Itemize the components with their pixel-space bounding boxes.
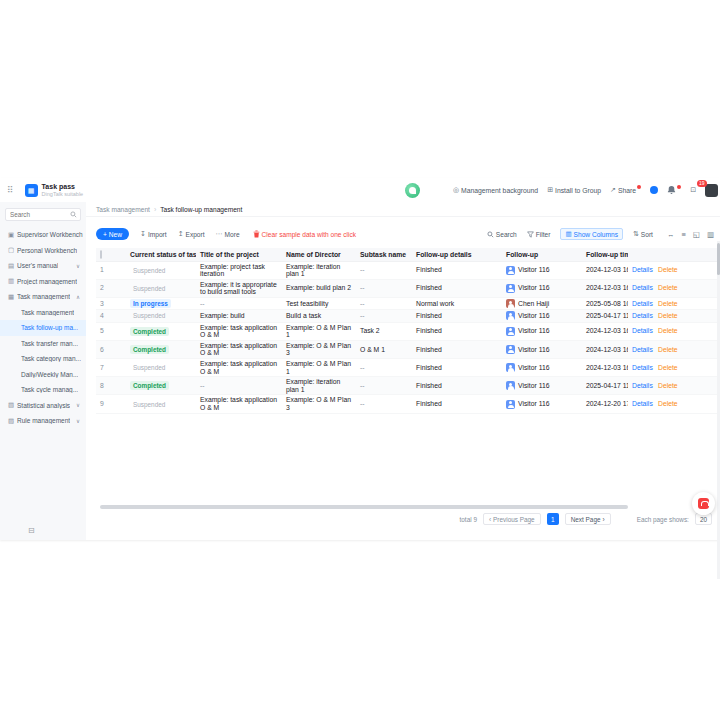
sidebar-item-label: Rule management — [17, 417, 70, 424]
share-notification-dot — [637, 185, 641, 189]
status-cell: Suspended — [126, 310, 196, 322]
status-cell: Suspended — [126, 279, 196, 297]
page-size-label: Each page shows: — [637, 516, 689, 523]
person-name: Visitor 116 — [518, 312, 550, 320]
breadcrumb-parent[interactable]: Task management — [96, 206, 150, 213]
user-avatar[interactable]: 19 — [705, 184, 718, 197]
sidebar-item[interactable]: ▧Statistical analysis∨ — [0, 398, 86, 414]
install-to-group-button[interactable]: ⊞ Install to Group — [547, 186, 601, 194]
management-background-button[interactable]: ◎ Management background — [453, 186, 538, 194]
sidebar-item[interactable]: Task cycle manag... — [0, 382, 86, 398]
sidebar-item[interactable]: ▣Supervisor Workbench — [0, 227, 86, 243]
sidebar-search[interactable] — [5, 208, 81, 221]
table-row: 5CompletedExample: task application O & … — [96, 322, 720, 340]
user-manual-icon: ▤ — [8, 262, 17, 270]
share-button[interactable]: ↗ Share — [610, 186, 641, 194]
show-columns-button[interactable]: ▥ Show Columns — [560, 228, 623, 240]
delete-cell: Delete — [654, 297, 680, 309]
current-page-button[interactable]: 1 — [547, 513, 559, 525]
details-link[interactable]: Details — [632, 346, 653, 353]
sidebar-item[interactable]: ▢Personal Workbench — [0, 243, 86, 259]
delete-link[interactable]: Delete — [658, 284, 678, 291]
app-avatar[interactable] — [405, 183, 420, 198]
sidebar-item[interactable]: ▦Task management∧ — [0, 289, 86, 305]
person-avatar — [506, 400, 515, 409]
delete-link[interactable]: Delete — [658, 400, 678, 407]
sidebar-item[interactable]: Task management — [0, 305, 86, 321]
help-icon[interactable] — [650, 186, 658, 194]
row-density-icon[interactable]: ↔ — [667, 230, 675, 239]
filler-cell — [680, 340, 720, 358]
details-link[interactable]: Details — [632, 364, 653, 371]
subtask-cell: -- — [356, 359, 412, 377]
follow-up-person-cell: Visitor 116 — [502, 279, 582, 297]
list-view-icon[interactable]: ≡ — [681, 230, 685, 239]
subtask-cell: O & M 1 — [356, 340, 412, 358]
delete-link[interactable]: Delete — [658, 300, 678, 307]
row-number: 8 — [96, 377, 126, 395]
customer-service-widget[interactable] — [692, 492, 715, 515]
subtask-cell: -- — [356, 395, 412, 413]
next-page-button[interactable]: Next Page › — [565, 513, 611, 525]
details-link[interactable]: Details — [632, 400, 653, 407]
details-link[interactable]: Details — [632, 327, 653, 334]
more-button[interactable]: ⋯ More — [216, 230, 240, 238]
search-button[interactable]: Search — [487, 231, 517, 238]
follow-up-person-cell: Visitor 116 — [502, 377, 582, 395]
row-number: 9 — [96, 395, 126, 413]
app-launcher-icon[interactable]: ⠿ — [7, 186, 14, 195]
previous-page-button[interactable]: ‹ Previous Page — [483, 513, 541, 525]
status-cell: Suspended — [126, 359, 196, 377]
column-header: Follow-up tim — [582, 248, 628, 261]
filter-button[interactable]: Filter — [527, 231, 551, 238]
details-cell: Details — [628, 297, 654, 309]
details-link[interactable]: Details — [632, 266, 653, 273]
fullscreen-icon[interactable]: ◱ — [693, 230, 700, 239]
more-icon: ⋯ — [216, 230, 223, 238]
sidebar-item[interactable]: ▨Rule management∨ — [0, 413, 86, 429]
delete-link[interactable]: Delete — [658, 364, 678, 371]
follow-up-details-cell: Finished — [412, 261, 502, 279]
new-button[interactable]: + New — [96, 228, 129, 240]
previous-page-label: Previous Page — [493, 516, 535, 523]
director-cell: Build a task — [282, 310, 356, 322]
notifications-button[interactable] — [667, 185, 681, 195]
delete-link[interactable]: Delete — [658, 266, 678, 273]
pagination: total 9 ‹ Previous Page 1 Next Page › Ea… — [460, 511, 712, 527]
delete-cell: Delete — [654, 322, 680, 340]
delete-link[interactable]: Delete — [658, 382, 678, 389]
breadcrumb-separator-icon: › — [154, 206, 156, 213]
details-link[interactable]: Details — [632, 382, 653, 389]
director-cell: Test feasibility — [282, 297, 356, 309]
delete-link[interactable]: Delete — [658, 327, 678, 334]
details-link[interactable]: Details — [632, 312, 653, 319]
person: Visitor 116 — [506, 284, 578, 293]
follow-up-person-cell: Visitor 116 — [502, 261, 582, 279]
import-button[interactable]: ↧ Import — [140, 230, 167, 238]
select-all-checkbox[interactable] — [100, 250, 102, 259]
search-input[interactable] — [6, 211, 64, 218]
follow-up-person-cell: Visitor 116 — [502, 340, 582, 358]
sidebar-item[interactable]: ▥Project management — [0, 274, 86, 290]
delete-link[interactable]: Delete — [658, 346, 678, 353]
details-link[interactable]: Details — [632, 284, 653, 291]
sidebar-item[interactable]: Daily/Weekly Man... — [0, 367, 86, 383]
sidebar-item[interactable]: ▤User's manual∨ — [0, 258, 86, 274]
sidebar-item[interactable]: Task category man... — [0, 351, 86, 367]
collapse-sidebar-icon[interactable]: ⊟ — [28, 526, 35, 535]
sidebar-item-selected[interactable]: Task follow-up ma... — [0, 320, 86, 336]
details-link[interactable]: Details — [632, 300, 653, 307]
table-settings-icon[interactable]: ▥ — [707, 230, 714, 239]
horizontal-scrollbar[interactable] — [100, 505, 628, 509]
clear-sample-data-button[interactable]: Clear sample data with one click — [253, 230, 357, 238]
follow-up-time-cell: 2025-05-08 10 — [582, 297, 628, 309]
follow-up-details-cell: Finished — [412, 359, 502, 377]
follow-up-details-cell: Normal work — [412, 297, 502, 309]
delete-link[interactable]: Delete — [658, 312, 678, 319]
sort-button[interactable]: ⇅ Sort — [633, 230, 653, 238]
sidebar-item[interactable]: Task transfer man... — [0, 336, 86, 352]
app-subtitle: DingTalk suitable — [42, 191, 84, 197]
details-cell: Details — [628, 377, 654, 395]
apps-icon[interactable]: ⊡ — [690, 186, 696, 194]
export-button[interactable]: ↥ Export — [178, 230, 205, 238]
